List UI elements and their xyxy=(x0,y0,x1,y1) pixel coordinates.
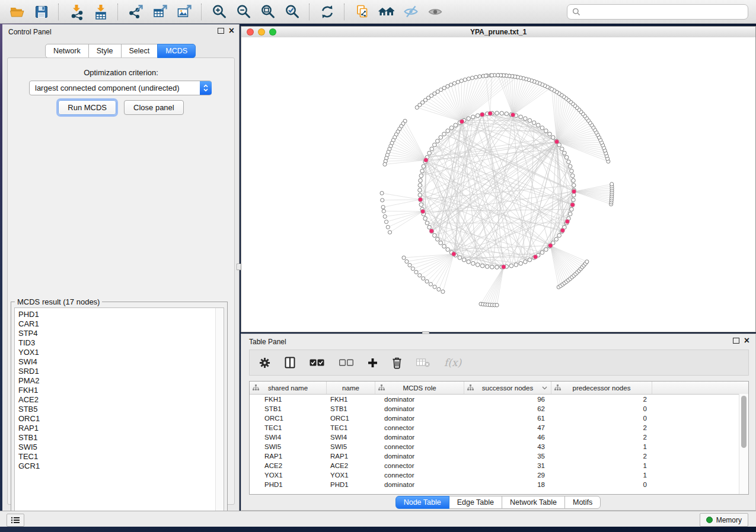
mcds-result-item[interactable]: SWI5 xyxy=(18,443,214,452)
network-node[interactable] xyxy=(454,123,458,127)
network-node[interactable] xyxy=(428,225,432,229)
table-settings-button[interactable] xyxy=(258,356,272,370)
network-dominator-node[interactable] xyxy=(572,190,576,194)
network-node[interactable] xyxy=(528,258,532,262)
unselect-all-columns-button[interactable] xyxy=(338,358,355,367)
network-node[interactable] xyxy=(460,79,463,82)
create-column-button[interactable] xyxy=(366,357,379,369)
network-node[interactable] xyxy=(509,264,513,268)
network-node[interactable] xyxy=(485,265,489,269)
network-node[interactable] xyxy=(570,207,574,211)
network-node[interactable] xyxy=(496,73,500,77)
copy-network-button[interactable] xyxy=(351,2,373,22)
network-node[interactable] xyxy=(490,265,495,269)
table-scrollbar-thumb[interactable] xyxy=(741,396,747,448)
network-node[interactable] xyxy=(532,121,536,125)
export-network-button[interactable] xyxy=(125,2,146,22)
network-node[interactable] xyxy=(423,217,428,221)
table-row[interactable]: TEC1TEC1connector472 xyxy=(250,423,748,432)
table-row[interactable]: ORC1ORC1dominator610 xyxy=(250,414,748,423)
network-node[interactable] xyxy=(422,165,426,169)
network-dominator-node[interactable] xyxy=(429,229,433,233)
zoom-fit-button[interactable] xyxy=(257,2,279,22)
close-panel-icon[interactable]: × xyxy=(744,336,749,345)
network-node[interactable] xyxy=(382,209,385,213)
delete-column-button[interactable] xyxy=(391,355,403,370)
network-node[interactable] xyxy=(550,87,553,91)
network-node[interactable] xyxy=(471,115,476,119)
optimization-criterion-select[interactable]: largest connected component (undirected) xyxy=(29,81,212,95)
network-dominator-node[interactable] xyxy=(560,228,564,232)
network-node[interactable] xyxy=(436,238,440,242)
table-scrollbar[interactable] xyxy=(739,394,748,494)
network-node[interactable] xyxy=(476,114,480,118)
hide-selected-button[interactable] xyxy=(400,2,422,22)
network-node[interactable] xyxy=(419,174,423,178)
save-session-button[interactable] xyxy=(30,2,52,22)
export-image-button[interactable] xyxy=(173,2,195,22)
network-window-titlebar[interactable]: YPA_prune.txt_1 xyxy=(241,27,755,38)
network-node[interactable] xyxy=(446,248,450,252)
network-node[interactable] xyxy=(418,193,422,197)
network-node[interactable] xyxy=(540,126,544,130)
column-header-successor-nodes[interactable]: successor nodes xyxy=(464,382,551,394)
network-graph[interactable] xyxy=(241,37,755,332)
network-node[interactable] xyxy=(425,280,429,283)
network-dominator-node[interactable] xyxy=(554,139,559,143)
mcds-result-item[interactable]: PMA2 xyxy=(18,376,214,386)
network-canvas[interactable] xyxy=(241,37,755,332)
network-node[interactable] xyxy=(452,82,456,85)
network-node[interactable] xyxy=(524,117,528,121)
network-node[interactable] xyxy=(572,178,576,182)
panel-menu-button[interactable] xyxy=(7,514,24,527)
import-table-button[interactable] xyxy=(90,2,111,22)
table-row[interactable]: PHD1PHD1dominator180 xyxy=(250,480,748,489)
mcds-result-item[interactable]: ORC1 xyxy=(18,414,214,424)
network-node[interactable] xyxy=(442,244,446,248)
network-node[interactable] xyxy=(384,220,388,223)
tab-network-table[interactable]: Network Table xyxy=(502,496,565,509)
mcds-result-item[interactable]: PHD1 xyxy=(18,310,214,319)
network-node[interactable] xyxy=(381,198,384,202)
mcds-result-item[interactable]: FKH1 xyxy=(18,386,214,395)
network-node[interactable] xyxy=(557,233,562,238)
network-dominator-node[interactable] xyxy=(570,203,575,207)
network-dominator-node[interactable] xyxy=(502,265,506,269)
network-dominator-node[interactable] xyxy=(460,119,464,123)
network-node[interactable] xyxy=(429,283,432,286)
network-node[interactable] xyxy=(405,259,409,263)
network-node[interactable] xyxy=(449,126,454,130)
network-node[interactable] xyxy=(441,290,445,293)
network-node[interactable] xyxy=(419,203,423,207)
network-node[interactable] xyxy=(610,182,614,186)
network-node[interactable] xyxy=(380,191,384,195)
export-table-button[interactable] xyxy=(149,2,171,22)
network-node[interactable] xyxy=(476,263,480,267)
network-node[interactable] xyxy=(439,241,443,245)
tab-network[interactable]: Network xyxy=(45,44,89,58)
network-node[interactable] xyxy=(524,260,528,264)
tab-node-table[interactable]: Node Table xyxy=(395,496,449,509)
table-row[interactable]: ACE2ACE2connector311 xyxy=(250,461,748,470)
network-node[interactable] xyxy=(505,112,509,116)
network-node[interactable] xyxy=(419,178,423,182)
network-dominator-node[interactable] xyxy=(480,113,484,117)
network-node[interactable] xyxy=(563,151,567,155)
network-node[interactable] xyxy=(585,260,589,264)
network-node[interactable] xyxy=(567,160,571,164)
network-node[interactable] xyxy=(418,184,422,188)
show-column-button[interactable] xyxy=(283,355,296,370)
mcds-result-item[interactable]: YOX1 xyxy=(18,348,214,357)
network-node[interactable] xyxy=(568,165,572,169)
network-node[interactable] xyxy=(480,264,484,268)
network-node[interactable] xyxy=(439,136,443,140)
search-input[interactable] xyxy=(584,7,743,17)
network-node[interactable] xyxy=(428,151,432,155)
table-row[interactable]: STB1STB1dominator620 xyxy=(250,404,748,414)
import-network-button[interactable] xyxy=(65,2,87,22)
column-header-mcds-role[interactable]: MCDS role xyxy=(375,382,464,394)
network-dominator-node[interactable] xyxy=(533,255,537,259)
network-node[interactable] xyxy=(548,132,552,136)
mcds-result-item[interactable]: SWI4 xyxy=(18,357,214,367)
network-node[interactable] xyxy=(456,80,460,84)
